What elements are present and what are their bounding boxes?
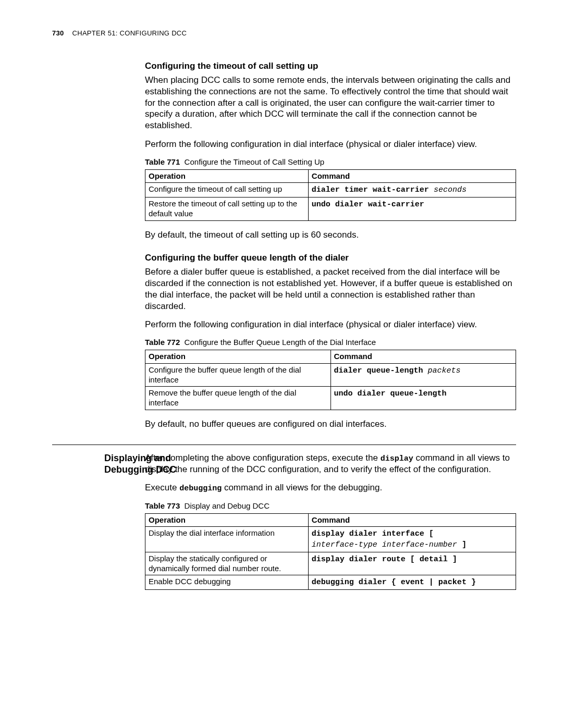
paragraph: Perform the following configuration in d… <box>145 319 516 330</box>
cell-cmd: undo dialer queue-length <box>331 387 516 410</box>
section-display-debug: Displaying and Debugging DCC After compl… <box>52 452 516 590</box>
paragraph: When placing DCC calls to some remote en… <box>145 75 516 131</box>
page-number: 730 <box>52 29 64 37</box>
table-buffer: Operation Command Configure the buffer q… <box>145 350 516 410</box>
cell-cmd: display dialer route [ detail ] <box>308 552 516 575</box>
table-header-row: Operation Command <box>145 350 516 364</box>
paragraph: Perform the following configuration in d… <box>145 139 516 150</box>
main-column: After completing the above configuration… <box>145 452 516 590</box>
th-command: Command <box>308 169 516 183</box>
cell-op: Display the statically configured or dyn… <box>145 552 309 575</box>
section-title-buffer: Configuring the buffer queue length of t… <box>145 253 516 263</box>
table-row: Configure the timeout of call setting up… <box>145 183 516 198</box>
th-operation: Operation <box>145 169 309 183</box>
cell-op: Restore the timeout of call setting up t… <box>145 198 309 221</box>
table-row: Restore the timeout of call setting up t… <box>145 198 516 221</box>
paragraph: By default, no buffer queues are configu… <box>145 418 516 430</box>
table-caption: Table 772 Configure the Buffer Queue Len… <box>145 338 516 347</box>
cell-op: Configure the buffer queue length of the… <box>145 363 331 387</box>
paragraph: After completing the above configuration… <box>145 452 516 475</box>
table-row: Enable DCC debugging debugging dialer { … <box>145 575 516 590</box>
main-column: Configuring the timeout of call setting … <box>145 61 516 430</box>
th-operation: Operation <box>145 513 309 527</box>
cell-op: Display the dial interface information <box>145 527 309 552</box>
cell-cmd: undo dialer wait-carrier <box>308 198 516 221</box>
section-divider <box>52 445 516 445</box>
table-caption-text: Configure the Timeout of Call Setting Up <box>185 157 324 166</box>
table-display-debug: Operation Command Display the dial inter… <box>145 513 516 590</box>
table-row: Display the dial interface information d… <box>145 527 516 552</box>
table-row: Remove the buffer queue length of the di… <box>145 387 516 410</box>
table-header-row: Operation Command <box>145 169 516 183</box>
paragraph: By default, the timeout of call setting … <box>145 229 516 241</box>
cell-cmd: dialer queue-length packets <box>331 363 516 387</box>
th-command: Command <box>308 513 516 527</box>
running-head: 730 CHAPTER 51: CONFIGURING DCC <box>52 29 516 37</box>
cell-op: Enable DCC debugging <box>145 575 309 590</box>
table-caption: Table 771 Configure the Timeout of Call … <box>145 157 516 166</box>
side-heading: Displaying and Debugging DCC <box>104 452 193 476</box>
page: 730 CHAPTER 51: CONFIGURING DCC Configur… <box>0 0 563 728</box>
chapter-label: CHAPTER 51: CONFIGURING DCC <box>72 29 187 37</box>
cell-cmd: dialer timer wait-carrier seconds <box>308 183 516 198</box>
paragraph: Before a dialer buffer queue is establis… <box>145 266 516 312</box>
table-timeout: Operation Command Configure the timeout … <box>145 169 516 221</box>
cell-op: Remove the buffer queue length of the di… <box>145 387 331 410</box>
cell-cmd: debugging dialer { event | packet } <box>308 575 516 590</box>
table-caption: Table 773 Display and Debug DCC <box>145 501 516 510</box>
table-label: Table 772 <box>145 338 180 347</box>
th-operation: Operation <box>145 350 331 364</box>
table-label: Table 771 <box>145 157 180 166</box>
cell-cmd: display dialer interface [ interface-typ… <box>308 527 516 552</box>
table-caption-text: Configure the Buffer Queue Length of the… <box>185 338 376 347</box>
paragraph: Execute debugging command in all views f… <box>145 482 516 493</box>
cell-op: Configure the timeout of call setting up <box>145 183 309 198</box>
table-label: Table 773 <box>145 501 180 510</box>
table-row: Configure the buffer queue length of the… <box>145 363 516 387</box>
th-command: Command <box>331 350 516 364</box>
table-header-row: Operation Command <box>145 513 516 527</box>
section-title-timeout: Configuring the timeout of call setting … <box>145 61 516 71</box>
table-caption-text: Display and Debug DCC <box>185 501 270 510</box>
table-row: Display the statically configured or dyn… <box>145 552 516 575</box>
